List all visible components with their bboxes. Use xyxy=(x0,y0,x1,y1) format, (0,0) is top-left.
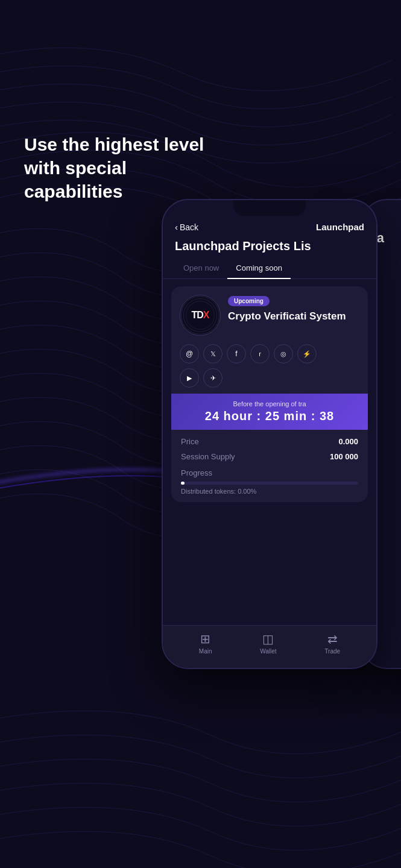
nav-main-icon: ⊞ xyxy=(200,632,210,646)
social-twitter-icon[interactable]: 𝕏 xyxy=(203,344,223,363)
timer-label: Before the opening of tra xyxy=(180,400,359,407)
project-name: Crypto Verificati System xyxy=(228,310,359,322)
social-instagram-icon[interactable]: ◎ xyxy=(274,344,293,363)
social-row-2: ▶ ✈ xyxy=(171,367,368,394)
timer-value: 24 hour : 25 min : 38 xyxy=(180,409,359,423)
tab-active-indicator xyxy=(227,278,291,279)
project-info: Upcoming Crypto Verificati System xyxy=(228,295,359,322)
top-page-label: Launchpad xyxy=(316,222,364,232)
nav-wallet-label: Wallet xyxy=(260,648,276,655)
price-row: Price 0.000 xyxy=(181,437,358,446)
phone-main: ‹ Back Launchpad Launchpad Projects Lis … xyxy=(162,199,377,669)
session-supply-label: Session Supply xyxy=(181,452,235,461)
nav-main-label: Main xyxy=(199,648,212,655)
social-at-icon[interactable]: @ xyxy=(180,344,199,363)
nav-wallet-icon: ◫ xyxy=(262,632,274,646)
progress-bar-fill xyxy=(181,482,185,485)
social-facebook-icon[interactable]: f xyxy=(227,344,246,363)
project-logo: TDX xyxy=(180,295,221,336)
nav-trade-icon: ⇄ xyxy=(327,632,338,646)
tab-open-now[interactable]: Open now xyxy=(175,259,227,278)
social-reddit-icon[interactable]: r xyxy=(250,344,270,363)
bottom-nav: ⊞ Main ◫ Wallet ⇄ Trade xyxy=(163,625,376,668)
social-youtube-icon[interactable]: ▶ xyxy=(180,368,199,388)
social-telegram-icon[interactable]: ✈ xyxy=(203,368,223,388)
social-row-1: @ 𝕏 f r ◎ ⚡ xyxy=(171,342,368,367)
nav-main[interactable]: ⊞ Main xyxy=(199,632,212,655)
logo-text: TDX xyxy=(192,310,209,321)
card-header: TDX Upcoming Crypto Verificati System xyxy=(171,286,368,342)
progress-label: Progress xyxy=(181,468,358,477)
back-button[interactable]: ‹ Back xyxy=(175,222,198,232)
page-title: Launchpad Projects Lis xyxy=(163,237,376,259)
progress-section: Progress Distributed tokens: 0.00% xyxy=(181,468,358,495)
price-label: Price xyxy=(181,437,199,446)
back-label: Back xyxy=(180,222,198,232)
card-details: Price 0.000 Session Supply 100 000 Progr… xyxy=(171,430,368,502)
price-value: 0.000 xyxy=(338,437,358,446)
phone-main-outer: ‹ Back Launchpad Launchpad Projects Lis … xyxy=(162,199,377,669)
logo-x: X xyxy=(203,310,209,320)
distributed-label: Distributed tokens: 0.00% xyxy=(181,488,358,495)
tabs-container: Open now Coming soon xyxy=(163,259,376,279)
hero-title: Use the highest level with special capab… xyxy=(24,133,217,203)
project-card: TDX Upcoming Crypto Verificati System @ … xyxy=(171,286,368,502)
social-other-icon[interactable]: ⚡ xyxy=(297,344,317,363)
nav-trade-label: Trade xyxy=(324,648,340,655)
nav-wallet[interactable]: ◫ Wallet xyxy=(260,632,276,655)
phone-notch xyxy=(233,200,306,216)
session-supply-value: 100 000 xyxy=(330,452,358,461)
progress-bar-bg xyxy=(181,482,358,485)
timer-banner: Before the opening of tra 24 hour : 25 m… xyxy=(171,394,368,430)
upcoming-badge: Upcoming xyxy=(228,296,270,306)
session-supply-row: Session Supply 100 000 xyxy=(181,452,358,461)
tab-coming-soon[interactable]: Coming soon xyxy=(227,259,291,278)
nav-trade[interactable]: ⇄ Trade xyxy=(324,632,340,655)
phone-screen: ‹ Back Launchpad Launchpad Projects Lis … xyxy=(163,200,376,668)
hero-section: Use the highest level with special capab… xyxy=(24,133,217,203)
back-chevron: ‹ xyxy=(175,222,178,232)
